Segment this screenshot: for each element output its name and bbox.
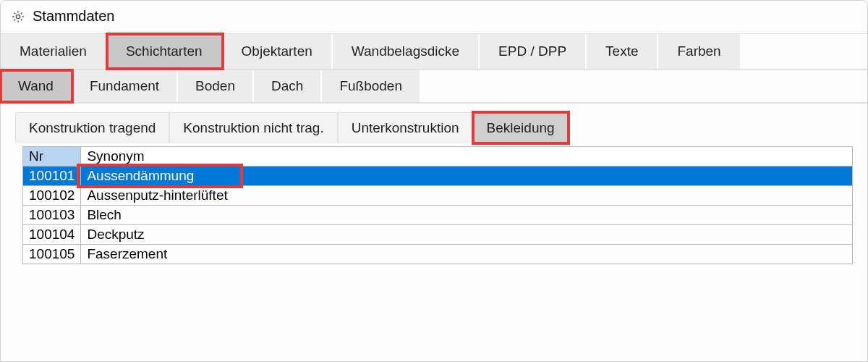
table-body: 100101Aussendämmung100102Aussenputz-hint… <box>23 167 853 264</box>
cell-synonym[interactable]: Aussendämmung <box>81 167 853 186</box>
tab-schichtarten[interactable]: Schichtarten <box>107 34 223 69</box>
table-row[interactable]: 100105Faserzement <box>23 245 853 264</box>
cell-nr[interactable]: 100102 <box>23 186 81 206</box>
tab-dach[interactable]: Dach <box>254 70 322 102</box>
tab-farben[interactable]: Farben <box>658 34 741 69</box>
tab-wandbelagsdicke[interactable]: Wandbelagsdicke <box>333 34 480 69</box>
svg-point-0 <box>16 14 20 18</box>
tab-fundament[interactable]: Fundament <box>72 70 178 102</box>
tabs-level3: Konstruktion tragendKonstruktion nicht t… <box>1 103 867 145</box>
table-row[interactable]: 100102Aussenputz-hinterlüftet <box>23 186 853 206</box>
table-row[interactable]: 100104Deckputz <box>23 225 853 245</box>
tab-konstruktion-nicht-trag-[interactable]: Konstruktion nicht trag. <box>169 112 337 143</box>
tabs-level1: MaterialienSchichtartenObjektartenWandbe… <box>1 33 867 70</box>
table-header-row: Nr Synonym <box>23 147 853 167</box>
cell-synonym[interactable]: Aussenputz-hinterlüftet <box>81 186 853 206</box>
tab-fu-boden[interactable]: Fußboden <box>322 70 421 102</box>
tab-konstruktion-tragend[interactable]: Konstruktion tragend <box>15 112 169 143</box>
data-table[interactable]: Nr Synonym 100101Aussendämmung100102Auss… <box>22 146 853 264</box>
tab-wand[interactable]: Wand <box>1 70 72 102</box>
cell-nr[interactable]: 100104 <box>23 225 81 245</box>
window-title: Stammdaten <box>33 8 114 25</box>
tab-epd-dpp[interactable]: EPD / DPP <box>480 34 587 69</box>
table-row[interactable]: 100103Blech <box>23 206 853 225</box>
highlight-box <box>77 164 243 188</box>
cell-synonym[interactable]: Faserzement <box>81 245 853 264</box>
col-header-nr[interactable]: Nr <box>23 147 81 167</box>
gear-icon <box>11 9 25 24</box>
tab-texte[interactable]: Texte <box>587 34 658 69</box>
tab-objektarten[interactable]: Objektarten <box>223 34 333 69</box>
cell-synonym[interactable]: Blech <box>81 206 853 225</box>
col-header-synonym[interactable]: Synonym <box>81 147 853 167</box>
cell-synonym[interactable]: Deckputz <box>81 225 853 245</box>
tab-materialien[interactable]: Materialien <box>1 34 107 69</box>
titlebar: Stammdaten <box>1 1 867 33</box>
tab-unterkonstruktion[interactable]: Unterkonstruktion <box>338 112 473 143</box>
tab-bekleidung[interactable]: Bekleidung <box>473 112 569 143</box>
table-wrapper: Nr Synonym 100101Aussendämmung100102Auss… <box>1 146 867 264</box>
tabs-level2: WandFundamentBodenDachFußboden <box>1 70 867 103</box>
cell-nr[interactable]: 100103 <box>23 206 81 225</box>
cell-nr[interactable]: 100101 <box>23 167 81 186</box>
tab-boden[interactable]: Boden <box>178 70 254 102</box>
window: Stammdaten MaterialienSchichtartenObjekt… <box>0 0 868 362</box>
table-row[interactable]: 100101Aussendämmung <box>23 167 853 186</box>
cell-nr[interactable]: 100105 <box>23 245 81 264</box>
